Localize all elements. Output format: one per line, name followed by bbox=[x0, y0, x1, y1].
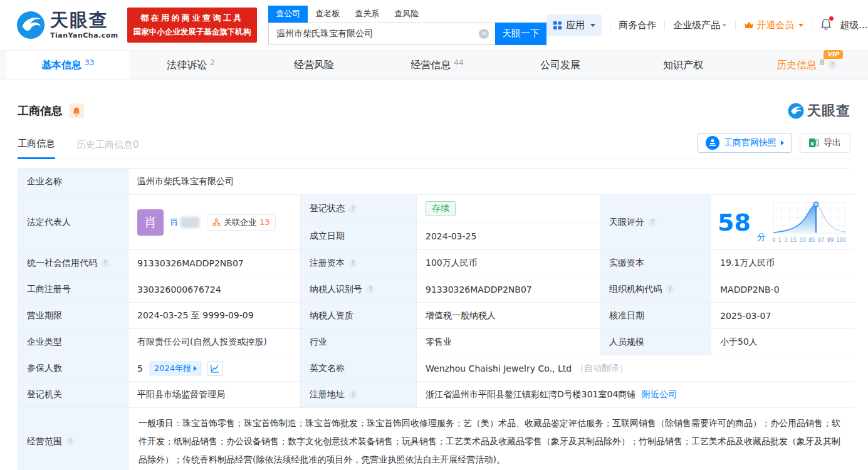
score-label-cell: 天眼评分 ? bbox=[600, 195, 711, 250]
business-term-label: 营业期限 bbox=[18, 303, 128, 329]
avatar[interactable]: 肖 bbox=[137, 209, 164, 236]
promo-banner-line2: 国家中小企业发展子基金旗下机构 bbox=[133, 27, 251, 38]
arrow-right-icon bbox=[781, 140, 784, 145]
search-button[interactable]: 天眼一下 bbox=[495, 23, 546, 45]
official-snapshot-button[interactable]: 工商官网快照 bbox=[698, 133, 792, 153]
english-name-value: Wenzhou Chaishi Jewelry Co., Ltd bbox=[426, 363, 572, 373]
nav-super-vip[interactable]: 超级... bbox=[840, 19, 868, 31]
watermark-logo: 天眼查 bbox=[788, 102, 850, 120]
trend-chart-button[interactable] bbox=[207, 361, 223, 376]
tab-count: 33 bbox=[85, 58, 94, 67]
search-input[interactable] bbox=[269, 29, 495, 39]
watermark-logo-icon bbox=[788, 103, 804, 119]
help-icon[interactable]: ? bbox=[66, 437, 75, 446]
tab-business-risk[interactable]: 经营风险 bbox=[253, 51, 375, 80]
address-value: 浙江省温州市平阳县鳌江镇彩虹湾D号楼301室04商铺 bbox=[426, 389, 635, 400]
nav-enterprise-products[interactable]: 企业级产品 bbox=[673, 19, 727, 31]
company-type-label: 企业类型 bbox=[18, 329, 128, 355]
score-value: 58 bbox=[718, 211, 751, 234]
trend-chart-icon bbox=[211, 364, 219, 373]
help-icon[interactable]: ? bbox=[348, 390, 357, 399]
search-tab-relation[interactable]: 查关系 bbox=[347, 6, 387, 23]
search-tab-risk[interactable]: 查风险 bbox=[387, 6, 426, 23]
table-row: 营业期限 2024-03-25 至 9999-09-09 纳税人资质 增值税一般… bbox=[18, 303, 850, 329]
insured-cell: 5 2024年报 bbox=[128, 355, 301, 382]
tab-count: 44 bbox=[454, 58, 463, 67]
industry-value: 零售业 bbox=[417, 329, 600, 355]
nav-super-label: 超级... bbox=[840, 19, 867, 31]
reg-status-label: 登记状态 bbox=[310, 203, 345, 214]
reg-status-cell: 存续 bbox=[417, 195, 600, 222]
company-name-label: 企业名称 bbox=[18, 169, 128, 195]
legal-rep-name[interactable]: 肖 bbox=[170, 217, 179, 228]
tianyancha-logo[interactable]: 天眼查 TianYanCha.com bbox=[16, 11, 118, 39]
divider bbox=[664, 20, 665, 30]
legal-rep-cell: 肖 肖 关联企业 13 bbox=[128, 195, 301, 250]
table-row: 参保人数 5 2024年报 英文名称 Wenzhou Chaishi Jewe bbox=[18, 355, 850, 382]
table-row: 统一社会信用代码? 91330326MADDP2NB07 注册资本? 100万人… bbox=[18, 250, 850, 276]
help-icon[interactable]: ? bbox=[348, 259, 357, 268]
section-title: 工商信息 bbox=[18, 103, 63, 118]
company-name-value: 温州市柴氏珠宝有限公司 bbox=[128, 169, 854, 195]
table-row: 经营范围? 一般项目：珠宝首饰零售；珠宝首饰制造；珠宝首饰批发；珠宝首饰回收修理… bbox=[18, 408, 850, 470]
tab-count: 2 bbox=[210, 58, 215, 67]
help-icon[interactable]: ? bbox=[666, 285, 674, 294]
table-row: 企业名称 温州市柴氏珠宝有限公司 bbox=[18, 169, 850, 195]
nav-open-vip[interactable]: 开通会员 bbox=[744, 19, 803, 31]
stamp-icon bbox=[706, 136, 719, 150]
tab-basic-info[interactable]: 基本信息 33 bbox=[6, 51, 129, 80]
promo-banner-line1: 都在用的商业查询工具 bbox=[133, 13, 251, 24]
tab-count: 8 bbox=[820, 58, 825, 67]
nav-business-cooperation[interactable]: 商务合作 bbox=[619, 19, 656, 31]
paid-capital-label: 实缴资本 bbox=[600, 250, 711, 276]
taxpayer-id-value: 91330326MADDP2NB07 bbox=[417, 276, 600, 303]
est-date-value: 2024-03-25 bbox=[417, 222, 600, 250]
company-type-value: 有限责任公司(自然人投资或控股) bbox=[128, 329, 301, 355]
crown-icon bbox=[744, 21, 754, 29]
paid-capital-value: 19.1万人民币 bbox=[711, 250, 854, 276]
apps-menu[interactable]: 应用 bbox=[546, 14, 602, 36]
table-row: 登记机关 平阳县市场监督管理局 注册地址? 浙江省温州市平阳县鳌江镇彩虹湾D号楼… bbox=[18, 382, 850, 408]
related-companies-badge[interactable]: 关联企业 13 bbox=[207, 214, 276, 231]
notifications-button[interactable] bbox=[820, 18, 832, 33]
tab-intellectual-property[interactable]: 知识产权 bbox=[622, 51, 745, 80]
business-scope-label-cell: 经营范围? bbox=[18, 408, 128, 470]
chevron-down-icon bbox=[798, 24, 803, 27]
apps-grid-icon bbox=[553, 21, 562, 30]
tab-company-development[interactable]: 公司发展 bbox=[499, 51, 622, 80]
score-cell[interactable]: 58 分 bbox=[711, 195, 854, 250]
subtab-history-business-info[interactable]: 历史工商信息0 bbox=[76, 139, 139, 159]
org-code-label-cell: 组织机构代码? bbox=[600, 276, 711, 303]
subtab-business-info[interactable]: 工商信息 bbox=[18, 138, 55, 159]
notification-dot bbox=[829, 16, 834, 21]
help-icon[interactable]: ? bbox=[648, 218, 657, 227]
tab-history-info[interactable]: 历史信息 8 ? VIP bbox=[745, 51, 868, 80]
taxpayer-quality-label: 纳税人资质 bbox=[301, 303, 417, 329]
reg-status-label-cell: 登记状态 ? bbox=[301, 195, 417, 222]
search-tab-label: 查公司 bbox=[276, 9, 300, 18]
tab-business-info[interactable]: 经营信息 44 bbox=[375, 51, 498, 80]
help-icon[interactable]: ? bbox=[828, 61, 837, 70]
help-icon[interactable]: ? bbox=[348, 204, 357, 213]
nav-vip-label: 开通会员 bbox=[756, 19, 794, 31]
help-icon[interactable]: ? bbox=[101, 259, 110, 268]
table-row: 工商注册号 330326000676724 纳税人识别号? 91330326MA… bbox=[18, 276, 850, 303]
help-icon[interactable]: ? bbox=[366, 285, 375, 294]
watermark-text: 天眼查 bbox=[807, 102, 850, 120]
english-name-label: 英文名称 bbox=[301, 355, 417, 382]
search-tab-company[interactable]: 查公司 bbox=[268, 6, 308, 23]
score-label: 天眼评分 bbox=[609, 217, 644, 228]
tab-label: 经营信息 bbox=[410, 59, 451, 72]
clear-icon[interactable]: ✕ bbox=[479, 29, 489, 39]
search-tab-boss[interactable]: 查老板 bbox=[308, 6, 347, 23]
monitor-bell-button[interactable] bbox=[69, 103, 84, 118]
org-code-label: 组织机构代码 bbox=[609, 284, 662, 295]
export-button[interactable]: x 导出 bbox=[800, 133, 850, 153]
nav-enterprise-label: 企业级产品 bbox=[673, 19, 720, 31]
redacted-name bbox=[180, 217, 199, 228]
tab-label: 法律诉讼 bbox=[167, 59, 207, 72]
nearby-companies-link[interactable]: 附近公司 bbox=[642, 389, 677, 400]
tab-legal-proceedings[interactable]: 法律诉讼 2 bbox=[129, 51, 252, 80]
english-name-cell: Wenzhou Chaishi Jewelry Co., Ltd （自动翻译） bbox=[417, 355, 854, 382]
annual-report-badge[interactable]: 2024年报 bbox=[149, 361, 202, 376]
